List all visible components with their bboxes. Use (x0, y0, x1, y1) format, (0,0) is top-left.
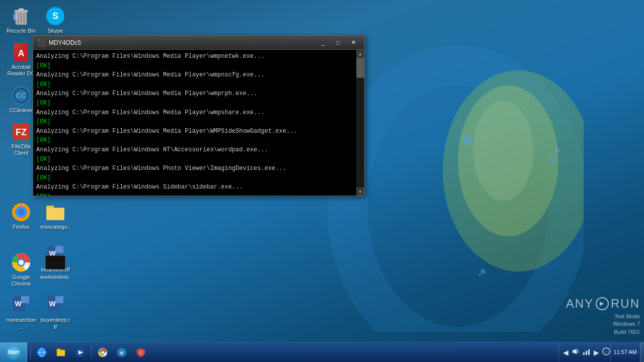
svg-text:S: S (52, 11, 58, 21)
cmd-titlebar: ⬛ MDY4ODc5 _ □ ✕ (33, 36, 364, 50)
buyerdeep-label: buyerdeep.rtf (40, 317, 70, 330)
system-tray: ◀ ▶ ! (558, 342, 610, 362)
svg-rect-47 (46, 256, 65, 269)
build-number: Build 7601 (566, 328, 640, 336)
firefox-image (11, 202, 31, 222)
tray-network-icon[interactable] (583, 347, 591, 357)
worksintere-label: worksintere... (40, 274, 70, 287)
filezilla-image: FZ (11, 122, 31, 142)
start-orb: Start (6, 345, 21, 360)
tray-volume-icon[interactable] (572, 347, 580, 357)
svg-rect-49 (55, 296, 63, 303)
chrome-icon[interactable]: Google Chrome (4, 250, 38, 289)
chrome-label: Google Chrome (6, 274, 36, 287)
taskbar-items: e ! (27, 342, 558, 362)
scroll-thumb[interactable] (356, 58, 364, 78)
worksintere-icon[interactable]: worksintere... (38, 250, 72, 289)
svg-text:➤: ➤ (553, 145, 561, 155)
filezilla-label: FileZilla Client (6, 143, 36, 156)
moresection-label: moresection... (6, 317, 36, 330)
chrome-image (11, 252, 31, 273)
msncatego-label: msncatego... (40, 224, 70, 237)
svg-text:FZ: FZ (16, 127, 27, 137)
taskbar-ie2-icon[interactable]: e (113, 344, 131, 361)
scroll-track[interactable] (356, 58, 364, 188)
maximize-button[interactable]: □ (331, 38, 345, 48)
svg-point-3 (473, 101, 533, 201)
msncatego-image (45, 202, 65, 222)
anyrun-any: ANY (566, 297, 594, 311)
cmd-window: ⬛ MDY4ODc5 _ □ ✕ Analyzing C:\Program Fi… (33, 35, 365, 196)
taskbar-explorer-icon[interactable] (52, 344, 70, 361)
tray-media-icon[interactable]: ▶ (594, 348, 599, 356)
tray-extra-icon[interactable]: ! (602, 347, 610, 357)
msncatego-icon[interactable]: msncatego... (38, 200, 72, 239)
anyrun-area: ANY ▶ RUN Test Mode Windows 7 Build 7601 (566, 297, 640, 336)
start-label: Start (8, 349, 19, 355)
svg-text:A: A (18, 48, 25, 58)
taskbar-security-icon[interactable]: ! (132, 344, 150, 361)
svg-rect-14 (19, 9, 24, 11)
moresection-image: W (11, 295, 31, 315)
firefox-label: Firefox (13, 224, 30, 230)
testmode-label: Test Mode (566, 313, 640, 320)
svg-point-60 (102, 351, 104, 353)
svg-marker-64 (573, 348, 577, 354)
testmode-info: Test Mode Windows 7 Build 7601 (566, 313, 640, 336)
cmd-body: Analyzing C:\Program Files\Windows Media… (33, 50, 364, 196)
acrobat-label: Acrobat Reader DC (6, 64, 36, 77)
cmd-title-text: MDY4ODc5 (49, 39, 313, 46)
cmd-title-icon: ⬛ (37, 39, 46, 47)
firefox-icon[interactable]: Firefox (4, 200, 38, 232)
scroll-up-arrow[interactable]: ▲ (356, 50, 364, 58)
tray-arrow-icon[interactable]: ◀ (563, 348, 569, 356)
windows-version: Windows 7 (566, 320, 640, 328)
svg-text:✦: ✦ (463, 133, 468, 140)
window-controls: _ □ ✕ (316, 38, 360, 48)
svg-rect-55 (57, 349, 60, 351)
worksintere-image (45, 252, 65, 273)
clock-area[interactable]: 11:57 AM (610, 342, 640, 362)
anyrun-run: RUN (611, 297, 640, 311)
svg-rect-45 (21, 296, 29, 303)
svg-rect-65 (583, 352, 585, 355)
svg-text:CC: CC (16, 92, 26, 100)
clock-time: 11:57 AM (614, 348, 637, 355)
ccleaner-label: CCleaner (10, 107, 33, 114)
moresection-icon[interactable]: W moresection... (4, 293, 38, 332)
svg-text:✦: ✦ (478, 273, 482, 278)
recycle-bin-icon[interactable]: Recycle Bin (4, 4, 38, 36)
taskbar-chrome-icon[interactable] (94, 344, 112, 361)
svg-text:e: e (120, 350, 123, 355)
svg-rect-37 (47, 208, 64, 220)
scroll-down-arrow[interactable]: ▼ (356, 188, 364, 196)
skype-icon[interactable]: S Skype (38, 4, 72, 36)
close-button[interactable]: ✕ (346, 38, 360, 48)
svg-text:✦: ✦ (548, 154, 552, 159)
desktop-icons-bottom-col2: worksintere... W buyerdeep.rtf (34, 246, 76, 336)
taskbar-ie-icon[interactable] (33, 344, 51, 361)
recycle-bin-image (11, 6, 31, 26)
buyerdeep-image: W (45, 295, 65, 315)
show-desktop-button[interactable] (640, 342, 644, 363)
minimize-button[interactable]: _ (316, 38, 330, 48)
cmd-content: Analyzing C:\Program Files\Windows Media… (33, 50, 356, 196)
svg-point-18 (13, 13, 18, 21)
svg-text:!: ! (605, 350, 606, 354)
anyrun-play-button: ▶ (596, 297, 609, 310)
recycle-bin-label: Recycle Bin (7, 28, 36, 34)
svg-point-34 (18, 209, 25, 216)
svg-text:W: W (49, 300, 56, 308)
skype-image: S (45, 6, 65, 26)
start-button[interactable]: Start (0, 342, 27, 363)
acrobat-image: A (11, 42, 31, 62)
worksintere-bg (45, 255, 65, 269)
svg-text:!: ! (140, 350, 142, 355)
cmd-scrollbar[interactable]: ▲ ▼ (356, 50, 364, 196)
buyerdeep-icon[interactable]: W buyerdeep.rtf (38, 293, 72, 332)
taskbar: Start (0, 342, 644, 362)
skype-label: Skype (48, 28, 63, 34)
desktop: ✦ ✦ ✦ ➤ Recycle Bin (0, 0, 644, 362)
svg-point-43 (19, 260, 24, 265)
taskbar-mediaplayer-icon[interactable] (71, 344, 89, 361)
